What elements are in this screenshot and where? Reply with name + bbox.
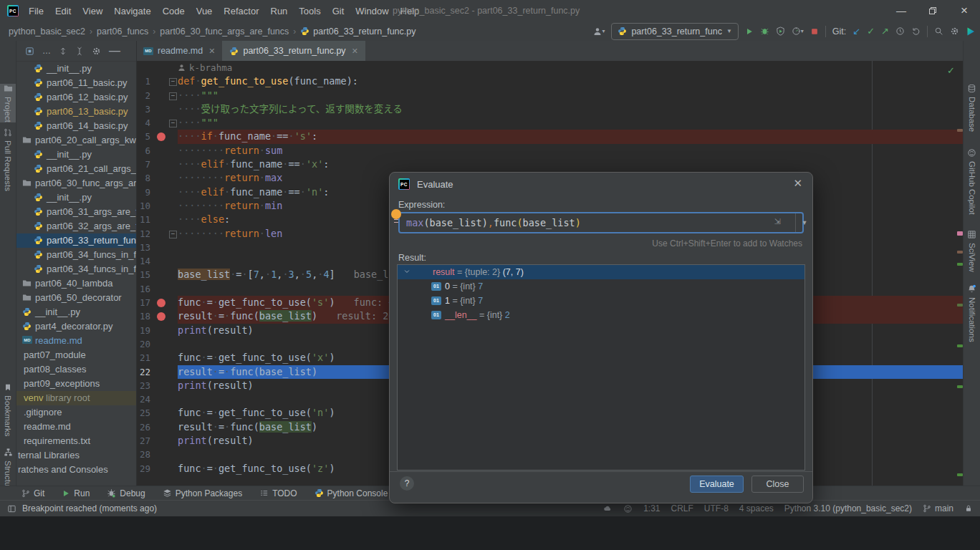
help-button[interactable]: ? [400,476,414,491]
line-number[interactable]: 8 [136,171,150,185]
status-segment-utf-8[interactable]: UTF-8 [704,503,729,513]
settings-gear-icon[interactable] [92,47,101,56]
tree-item[interactable]: .gitignore [16,405,136,420]
sidebar-item-bookmarks[interactable]: Bookmarks [0,383,16,437]
inspection-ok-icon[interactable]: ✓ [947,65,955,76]
line-number[interactable]: 17 [136,296,150,309]
tree-item[interactable]: ratches and Consoles [16,463,136,477]
line-number[interactable]: 6 [136,144,150,158]
tree-item[interactable]: part09_exceptions [16,377,136,391]
sidebar-item-project[interactable]: Project [0,84,16,122]
menu-tools[interactable]: Tools [293,0,326,21]
rollback-button[interactable] [911,26,921,36]
history-button[interactable] [895,26,905,36]
line-number[interactable]: 23 [136,379,150,392]
stripe-mark[interactable] [957,304,963,307]
sidebar-item-database[interactable]: Database [964,84,980,132]
line-number[interactable]: 25 [136,406,150,420]
line-number[interactable]: 21 [136,351,150,365]
menu-code[interactable]: Code [157,0,191,21]
fold-toggle-icon[interactable]: – [169,78,177,86]
stripe-mark[interactable] [957,129,963,132]
line-number[interactable]: 1 [136,74,150,88]
line-number[interactable]: 2 [136,89,150,102]
menu-vue[interactable]: Vue [191,0,218,21]
result-row[interactable]: 01__len__ = {int} 2 [398,308,804,322]
menu-refactor[interactable]: Refactor [218,0,264,21]
status-segment-4-spaces[interactable]: 4 spaces [739,503,774,513]
tree-item[interactable]: readme.md [16,420,136,434]
menu-run[interactable]: Run [265,0,294,21]
status-segment-main[interactable]: main [923,503,953,513]
line-number[interactable]: 19 [136,324,150,337]
minimize-button[interactable]: — [885,0,917,21]
sidebar-item-sciview[interactable]: SciView [964,230,980,272]
menu-file[interactable]: File [23,0,49,21]
toolwindow-button-python-packages[interactable]: Python Packages [163,488,242,498]
toolwindow-button-debug[interactable]: Debug [107,488,145,498]
line-number[interactable]: 13 [136,241,150,254]
dialog-close-icon[interactable]: ✕ [793,177,802,190]
tree-item[interactable]: part06_12_basic.py [16,90,136,105]
line-number[interactable]: 16 [136,282,150,296]
profiler-button[interactable]: ▾ [792,26,804,36]
code-line[interactable]: 2–····""" [136,89,964,102]
line-number[interactable]: 7 [136,158,150,171]
line-number[interactable]: 3 [136,102,150,116]
sidebar-item-pull-requests[interactable]: Pull Requests [0,128,16,191]
line-number[interactable]: 11 [136,213,150,226]
tree-item[interactable]: part07_module [16,348,136,362]
git-update-button[interactable]: ↙ [852,26,860,37]
menu-navigate[interactable]: Navigate [108,0,156,21]
toolwindow-button-python-console[interactable]: Python Console [314,488,388,498]
code-line[interactable]: 1–def·get_func_to_use(func_name): [136,74,964,88]
fold-toggle-icon[interactable]: – [169,120,177,127]
search-everywhere-button[interactable] [934,26,943,36]
collapse-all-icon[interactable] [75,47,84,56]
tree-item[interactable]: part08_classes [16,362,136,377]
code-line[interactable]: 3····受け取った文字列によって、返す関数を変える [136,102,964,116]
chevron-down-icon[interactable] [403,268,410,275]
status-segment-1-31[interactable]: 1:31 [643,503,660,513]
breakpoint-dot[interactable] [157,299,165,307]
status-segment[interactable] [964,504,973,513]
line-number[interactable]: 26 [136,420,150,434]
user-icon[interactable]: ▾ [593,27,605,36]
line-number[interactable]: 15 [136,268,150,281]
tree-item[interactable]: ternal Libraries [16,448,136,463]
tree-item[interactable]: part06_31_args_are_fun [16,205,136,219]
fold-toggle-icon[interactable]: – [169,92,177,100]
line-number[interactable]: 28 [136,448,150,461]
tab-part06_33_return_func-py[interactable]: part06_33_return_func.py✕ [222,41,365,61]
tree-item[interactable]: part06_13_basic.py [16,105,136,119]
line-number[interactable]: 24 [136,392,150,406]
debug-button[interactable] [760,26,769,36]
line-number[interactable]: 27 [136,434,150,448]
close-tab-icon[interactable]: ✕ [352,47,358,56]
git-push-button[interactable]: ↗ [881,26,889,37]
status-segment-crlf[interactable]: CRLF [671,503,693,513]
line-number[interactable]: 14 [136,254,150,268]
tree-item[interactable]: part06_50_decorator [16,291,136,305]
coverage-button[interactable] [776,26,785,36]
more-options-icon[interactable]: … [42,46,51,56]
tree-item[interactable]: part4_decorator.py [16,319,136,334]
toolwindow-button-todo[interactable]: TODO [259,488,297,498]
restore-button[interactable] [917,0,948,21]
sidebar-item-notifications[interactable]: Notifications [964,284,980,342]
breakpoint-dot[interactable] [157,312,165,321]
close-dialog-button[interactable]: Close [751,476,804,493]
dialog-title-bar[interactable]: PC Evaluate [398,178,453,190]
stripe-mark[interactable] [957,263,963,266]
line-number[interactable]: 12 [136,227,150,241]
stripe-mark[interactable] [957,473,963,476]
run-button[interactable] [745,27,754,36]
status-segment[interactable] [623,504,633,513]
intention-bulb-icon[interactable] [391,209,401,219]
tree-item[interactable]: venv library root [16,391,136,405]
tree-item[interactable]: part06_20_call_args_kwargs [16,133,136,148]
stripe-mark[interactable] [957,231,963,236]
breadcrumb-item[interactable]: python_basic_sec2 [9,26,85,37]
breakpoint-dot[interactable] [157,132,165,141]
tab-readme-md[interactable]: MDreadme.md✕ [136,41,222,61]
